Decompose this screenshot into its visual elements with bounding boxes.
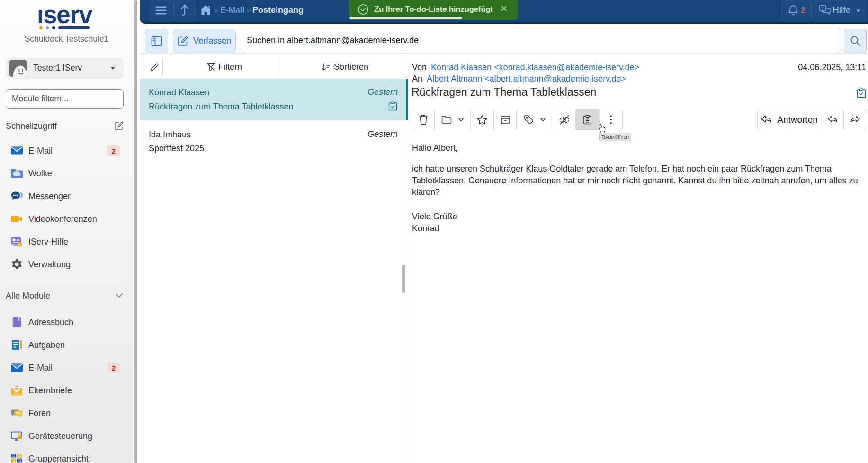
svg-text:?: ?	[821, 6, 824, 10]
svg-text:?: ?	[18, 243, 21, 247]
